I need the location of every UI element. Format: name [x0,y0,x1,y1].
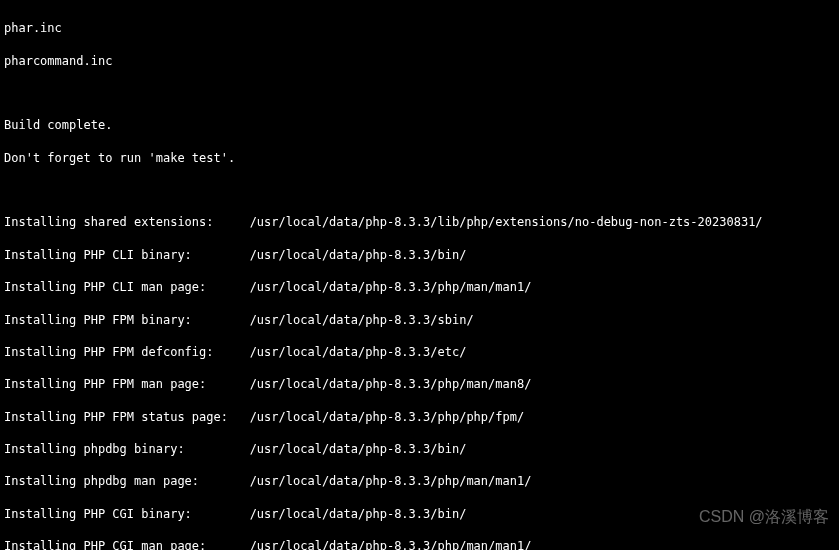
install-line: Installing PHP CLI binary: /usr/local/da… [4,247,835,263]
install-line: Installing shared extensions: /usr/local… [4,214,835,230]
install-line: Installing PHP FPM status page: /usr/loc… [4,409,835,425]
output-line: pharcommand.inc [4,53,835,69]
blank-line [4,182,835,198]
output-line: phar.inc [4,20,835,36]
install-line: Installing phpdbg man page: /usr/local/d… [4,473,835,489]
build-note: Don't forget to run 'make test'. [4,150,835,166]
install-line: Installing PHP FPM defconfig: /usr/local… [4,344,835,360]
install-line: Installing PHP FPM binary: /usr/local/da… [4,312,835,328]
blank-line [4,85,835,101]
install-line: Installing phpdbg binary: /usr/local/dat… [4,441,835,457]
watermark: CSDN @洛溪博客 [699,506,829,528]
install-line: Installing PHP CLI man page: /usr/local/… [4,279,835,295]
install-line: Installing PHP FPM man page: /usr/local/… [4,376,835,392]
terminal-output: phar.inc pharcommand.inc Build complete.… [4,4,835,550]
build-complete: Build complete. [4,117,835,133]
install-line: Installing PHP CGI man page: /usr/local/… [4,538,835,550]
